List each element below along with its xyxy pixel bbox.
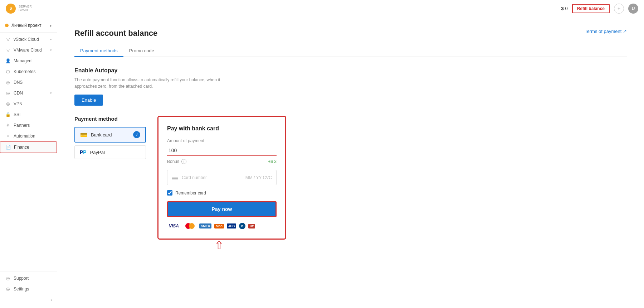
project-dot xyxy=(5,24,9,27)
vstack-icon: ▽ xyxy=(5,37,11,42)
sidebar-item-vpn[interactable]: ◎ VPN xyxy=(0,98,57,109)
paypal-label: PayPal xyxy=(90,150,105,155)
bonus-label: Bonus xyxy=(167,159,179,164)
partners-icon: ✳ xyxy=(5,122,11,128)
card-panel-title: Pay with bank card xyxy=(167,125,277,132)
sidebar-item-ssl[interactable]: 🔒 SSL xyxy=(0,109,57,120)
vstack-arrow-icon: ▾ xyxy=(50,38,52,41)
logo-icon: S xyxy=(6,4,16,14)
sidebar-item-label: SSL xyxy=(14,112,22,117)
balance-display: $ 0 xyxy=(561,6,568,11)
remember-card-checkbox[interactable] xyxy=(167,190,172,196)
vpn-icon: ◎ xyxy=(5,101,11,107)
topbar-actions: $ 0 Refill balance + U xyxy=(561,4,638,14)
card-number-placeholder: Card number xyxy=(182,175,242,180)
payment-methods-column: Payment method 💳 Bank card ✓ PP PayPal xyxy=(74,116,146,162)
support-icon: ◎ xyxy=(5,275,11,281)
bonus-info-icon[interactable]: i xyxy=(181,159,186,164)
amex-logo: AMEX xyxy=(199,223,211,228)
avatar[interactable]: U xyxy=(628,4,638,14)
sidebar-item-automation[interactable]: ≡ Automation xyxy=(0,131,57,141)
sidebar-item-vstack[interactable]: ▽ vStack Cloud ▾ xyxy=(0,34,57,45)
sidebar-item-support[interactable]: ◎ Support xyxy=(0,273,57,284)
tab-promo-code[interactable]: Promo code xyxy=(123,45,160,57)
pay-now-button[interactable]: Pay now xyxy=(167,201,277,217)
sidebar-item-label: CDN xyxy=(14,91,23,96)
vmware-arrow-icon: ▾ xyxy=(50,48,52,52)
payment-row: Payment method 💳 Bank card ✓ PP PayPal P… xyxy=(74,116,627,240)
sidebar-item-finance[interactable]: 📄 Finance xyxy=(0,141,57,153)
sidebar-project[interactable]: Личный проект ▸ xyxy=(0,20,57,31)
project-label: Личный проект xyxy=(11,23,47,28)
arrow-annotation: ⇧ xyxy=(214,239,224,252)
sidebar-item-label: Support xyxy=(14,276,29,281)
sidebar-item-label: Settings xyxy=(14,287,29,292)
card-number-row: ▬ Card number MM / YY CVC xyxy=(167,170,277,185)
paypal-icon: PP xyxy=(80,149,87,155)
payment-tabs: Payment methods Promo code xyxy=(74,45,627,57)
amount-input-wrap xyxy=(167,145,277,156)
sidebar-bottom: ◎ Support ◎ Settings ‹ xyxy=(0,264,57,305)
jcb-logo: JCB xyxy=(227,223,236,228)
diners-logo: D xyxy=(239,223,245,229)
bank-card-option[interactable]: 💳 Bank card ✓ xyxy=(74,127,146,143)
visa-logo: VISA xyxy=(167,222,181,230)
sidebar-item-label: Finance xyxy=(14,145,29,150)
cdn-icon: ◎ xyxy=(5,90,11,96)
sidebar-divider xyxy=(0,32,57,33)
cdn-arrow-icon: ▾ xyxy=(50,91,52,95)
sidebar-item-label: VPN xyxy=(14,101,23,106)
project-expand-icon: ▸ xyxy=(50,24,52,28)
collapse-icon: ‹ xyxy=(50,297,52,302)
sidebar-item-cdn[interactable]: ◎ CDN ▾ xyxy=(0,88,57,98)
sidebar-item-dns[interactable]: ◎ DNS xyxy=(0,77,57,88)
enable-autopay-button[interactable]: Enable xyxy=(74,95,103,106)
discover-logo: DISC xyxy=(214,224,224,228)
sidebar-divider-bottom xyxy=(0,271,57,271)
tab-payment-methods[interactable]: Payment methods xyxy=(74,45,123,57)
sidebar-item-label: vStack Cloud xyxy=(14,37,39,42)
bank-card-label: Bank card xyxy=(91,132,112,138)
sidebar-item-label: Kubernetes xyxy=(14,69,35,74)
remember-card-label: Remember card xyxy=(175,191,206,196)
bank-card-selected-check: ✓ xyxy=(133,131,140,138)
sidebar-item-partners[interactable]: ✳ Partners xyxy=(0,120,57,131)
paypal-option[interactable]: PP PayPal xyxy=(74,145,146,159)
terms-payment-link[interactable]: Terms of payment ↗ xyxy=(585,29,627,34)
autopay-title: Enable Autopay xyxy=(74,67,627,74)
vmware-icon: ▽ xyxy=(5,47,11,53)
sidebar-item-label: Managed xyxy=(14,58,31,63)
autopay-description: The auto payment function allows to auto… xyxy=(74,77,225,90)
card-logos: VISA AMEX DISC JCB D UP xyxy=(167,222,277,230)
add-button[interactable]: + xyxy=(614,4,624,14)
topbar: S SERVER SPACE $ 0 Refill balance + U xyxy=(0,0,644,17)
amount-label: Amount of payment xyxy=(167,138,277,143)
sidebar-item-label: Automation xyxy=(14,134,35,139)
page-title: Refill account balance xyxy=(74,29,157,38)
sidebar-item-managed[interactable]: 👤 Managed xyxy=(0,56,57,66)
sidebar-item-label: VMware Cloud xyxy=(14,48,42,53)
remember-row: Remember card xyxy=(167,190,277,196)
autopay-section: Enable Autopay The auto payment function… xyxy=(74,67,627,116)
sidebar: Личный проект ▸ ▽ vStack Cloud ▾ ▽ VMwar… xyxy=(0,17,57,308)
logo-area: S SERVER SPACE xyxy=(6,4,32,14)
card-date-cvc-placeholder: MM / YY CVC xyxy=(245,175,272,180)
card-panel: Pay with bank card Amount of payment Bon… xyxy=(157,116,286,240)
bonus-value: +$ 3 xyxy=(268,159,277,164)
sidebar-item-vmware[interactable]: ▽ VMware Cloud ▾ xyxy=(0,45,57,56)
bank-card-icon: 💳 xyxy=(80,131,87,138)
finance-icon: 📄 xyxy=(5,144,11,150)
sidebar-item-settings[interactable]: ◎ Settings xyxy=(0,284,57,294)
managed-icon: 👤 xyxy=(5,58,11,64)
dns-icon: ◎ xyxy=(5,80,11,85)
automation-icon: ≡ xyxy=(5,133,11,139)
refill-balance-button[interactable]: Refill balance xyxy=(572,4,610,13)
sidebar-collapse-button[interactable]: ‹ xyxy=(0,294,57,305)
bonus-row: Bonus i +$ 3 xyxy=(167,159,277,164)
card-chip-icon: ▬ xyxy=(172,174,178,181)
amount-input[interactable] xyxy=(167,145,277,156)
sidebar-item-kubernetes[interactable]: ⬡ Kubernetes xyxy=(0,66,57,77)
main-content: Refill account balance Terms of payment … xyxy=(57,17,644,308)
kubernetes-icon: ⬡ xyxy=(5,69,11,74)
ssl-icon: 🔒 xyxy=(5,112,11,117)
